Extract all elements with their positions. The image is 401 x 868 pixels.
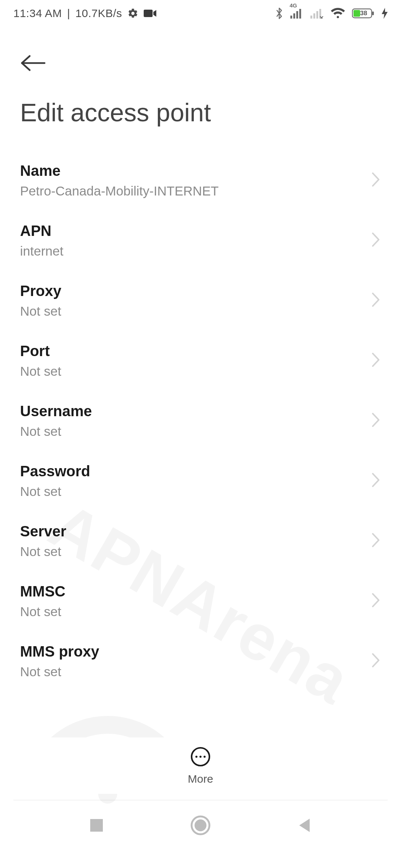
status-separator: | (67, 7, 70, 20)
more-button[interactable]: More (0, 737, 401, 794)
row-value: Petro-Canada-Mobility-INTERNET (20, 184, 219, 198)
row-value: Not set (20, 424, 92, 439)
svg-point-16 (203, 756, 206, 758)
more-icon (190, 746, 211, 769)
status-bar: 11:34 AM | 10.7KB/s 4G (0, 0, 401, 27)
battery-percent: 38 (360, 10, 367, 17)
nav-recents-button[interactable] (74, 803, 119, 848)
nav-back-button[interactable] (282, 803, 327, 848)
more-label: More (188, 773, 213, 785)
row-password[interactable]: Password Not set (0, 451, 401, 511)
row-port[interactable]: Port Not set (0, 331, 401, 391)
row-value: Not set (20, 484, 90, 499)
status-time: 11:34 AM (13, 7, 62, 20)
row-title: MMSC (20, 583, 65, 600)
row-name[interactable]: Name Petro-Canada-Mobility-INTERNET (0, 151, 401, 211)
app-bar (0, 27, 401, 87)
svg-rect-17 (90, 819, 103, 832)
row-value: Not set (20, 604, 65, 619)
svg-rect-10 (372, 11, 374, 15)
settings-list: Name Petro-Canada-Mobility-INTERNET APN … (0, 151, 401, 691)
row-mms-proxy[interactable]: MMS proxy Not set (0, 631, 401, 691)
svg-point-19 (195, 819, 206, 831)
navigation-bar (0, 800, 401, 868)
row-title: Server (20, 523, 66, 540)
row-title: MMS proxy (20, 643, 99, 660)
svg-rect-5 (310, 16, 312, 19)
chevron-right-icon (371, 592, 381, 609)
row-username[interactable]: Username Not set (0, 391, 401, 451)
chevron-right-icon (371, 472, 381, 489)
back-button[interactable] (20, 47, 51, 79)
row-value: Not set (20, 544, 66, 559)
charging-icon (382, 8, 388, 19)
row-server[interactable]: Server Not set (0, 511, 401, 571)
svg-rect-7 (316, 11, 318, 19)
nav-home-button[interactable] (178, 803, 223, 848)
triangle-left-icon (296, 817, 313, 834)
svg-point-14 (195, 756, 198, 758)
chevron-right-icon (371, 532, 381, 549)
status-data-rate: 10.7KB/s (75, 7, 122, 20)
row-value: internet (20, 244, 63, 259)
row-value: Not set (20, 364, 61, 379)
svg-rect-0 (144, 10, 153, 17)
status-left: 11:34 AM | 10.7KB/s (13, 7, 156, 20)
row-value: Not set (20, 304, 61, 319)
square-icon (89, 818, 104, 833)
network-label: 4G (290, 2, 297, 9)
row-title: Username (20, 403, 92, 420)
row-apn[interactable]: APN internet (0, 211, 401, 271)
back-arrow-icon (20, 54, 46, 72)
svg-rect-1 (290, 16, 292, 19)
chevron-right-icon (371, 292, 381, 309)
svg-rect-4 (299, 9, 301, 19)
svg-rect-2 (293, 13, 295, 19)
row-value: Not set (20, 664, 99, 679)
chevron-right-icon (371, 172, 381, 189)
svg-rect-11 (353, 10, 360, 17)
wifi-icon (330, 8, 345, 19)
battery-icon: 38 (352, 8, 375, 19)
svg-point-15 (199, 756, 202, 758)
circle-icon (190, 815, 211, 836)
chevron-right-icon (371, 232, 381, 249)
svg-rect-6 (313, 13, 315, 19)
row-title: Proxy (20, 283, 61, 299)
chevron-right-icon (371, 352, 381, 369)
row-title: APN (20, 223, 63, 239)
camera-icon (144, 9, 156, 18)
page-title: Edit access point (0, 87, 401, 151)
gear-icon (127, 8, 138, 19)
svg-rect-3 (296, 11, 298, 19)
signal-sim1: 4G (290, 8, 304, 19)
row-title: Password (20, 463, 90, 480)
bluetooth-icon (275, 7, 284, 20)
signal-sim2 (310, 8, 324, 19)
chevron-right-icon (371, 412, 381, 429)
row-proxy[interactable]: Proxy Not set (0, 271, 401, 331)
row-title: Port (20, 343, 61, 359)
chevron-right-icon (371, 652, 381, 670)
status-right: 4G (275, 7, 388, 20)
row-title: Name (20, 162, 219, 179)
row-mmsc[interactable]: MMSC Not set (0, 571, 401, 631)
